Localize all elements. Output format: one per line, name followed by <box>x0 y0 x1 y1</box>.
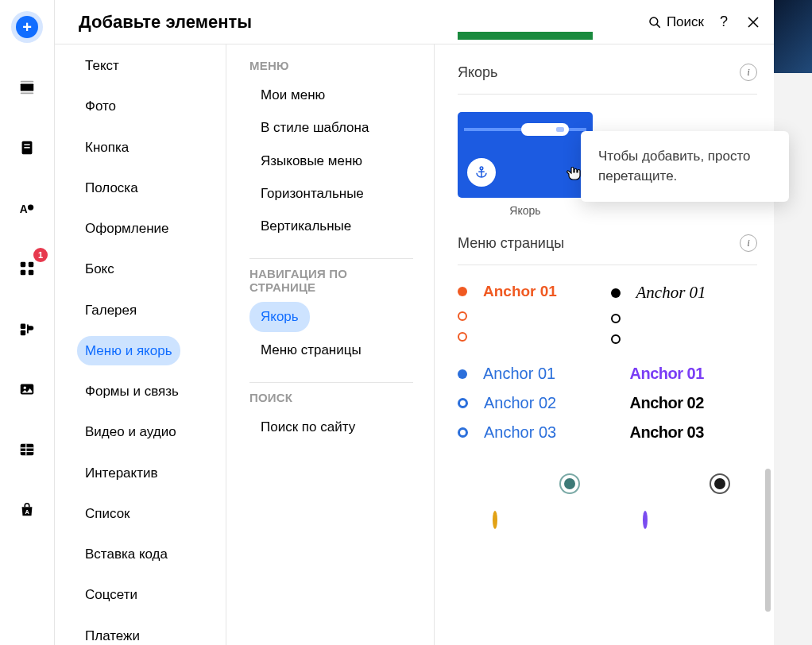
anchor-element-card[interactable] <box>458 112 593 198</box>
svg-rect-1 <box>21 81 34 83</box>
subcategory-column: МЕНЮ Мои меню В стиле шаблона Языковые м… <box>226 51 434 461</box>
anchor-caption: Якорь <box>458 204 593 217</box>
svg-rect-17 <box>21 451 34 452</box>
anchor-section-title: Якорь <box>458 64 497 81</box>
apps-badge: 1 <box>33 248 48 262</box>
pagemenu-style-3[interactable]: Anchor 01 Anchor 02 Anchor 03 <box>458 365 605 442</box>
elements-column[interactable]: Якорь i Якорь Меню страницы i <box>434 0 775 645</box>
cat-photo[interactable]: Фото <box>77 91 124 121</box>
pagemenu-section-title: Меню страницы <box>458 235 564 252</box>
addons-icon[interactable] <box>11 313 43 345</box>
left-rail: + A 1 A <box>0 0 54 645</box>
cat-interactive[interactable]: Интерактив <box>77 458 166 488</box>
pagemenu-info-icon[interactable]: i <box>740 234 757 252</box>
dot-style-black[interactable] <box>710 473 730 494</box>
svg-rect-8 <box>29 262 33 267</box>
svg-rect-16 <box>21 447 34 448</box>
divider <box>458 265 757 265</box>
preview-label: Anchor 03 <box>484 423 556 442</box>
cat-forms[interactable]: Формы и связь <box>77 377 187 406</box>
tooltip-text: Чтобы добавить, просто перетащите. <box>598 149 751 183</box>
data-icon[interactable] <box>11 434 43 465</box>
anchor-icon <box>467 158 496 187</box>
pagemenu-style-2[interactable]: Anchor 01 <box>611 283 758 344</box>
svg-rect-4 <box>24 144 29 145</box>
preview-label: Anchor 01 <box>630 365 704 383</box>
cat-payments[interactable]: Платежи <box>77 621 148 646</box>
cat-list[interactable]: Список <box>77 499 138 528</box>
preview-label: Anchor 03 <box>630 423 704 442</box>
drag-tooltip: Чтобы добавить, просто перетащите. <box>581 131 789 202</box>
sub-language[interactable]: Языковые меню <box>249 146 373 176</box>
preview-label: Anchor 01 <box>483 365 555 383</box>
store-icon[interactable]: A <box>11 494 43 526</box>
preview-label: Anchor 01 <box>483 283 557 300</box>
cat-text[interactable]: Текст <box>77 51 127 80</box>
sub-anchor[interactable]: Якорь <box>249 302 310 331</box>
svg-rect-10 <box>29 270 33 275</box>
cat-video[interactable]: Видео и аудио <box>77 417 184 446</box>
dot-style-yellow-ring[interactable] <box>493 513 497 527</box>
sub-vertical[interactable]: Вертикальные <box>249 211 362 241</box>
svg-rect-15 <box>21 444 34 456</box>
sub-template[interactable]: В стиле шаблона <box>249 113 380 142</box>
cat-social[interactable]: Соцсети <box>77 580 145 609</box>
preview-strip[interactable] <box>458 32 593 40</box>
cat-box[interactable]: Бокс <box>77 254 122 284</box>
svg-rect-11 <box>21 324 25 329</box>
preview-label: Anchor 01 <box>636 283 706 303</box>
svg-rect-9 <box>21 270 25 275</box>
sub-site-search[interactable]: Поиск по сайту <box>249 412 366 442</box>
cat-decor[interactable]: Оформление <box>77 214 177 243</box>
add-elements-panel: Добавьте элементы Поиск ? Текст Фото Кно… <box>54 0 774 645</box>
cat-strip[interactable]: Полоска <box>77 173 146 203</box>
dot-style-purple-ring[interactable] <box>643 513 648 527</box>
dot-style-teal[interactable] <box>559 473 580 494</box>
divider <box>249 258 413 259</box>
cat-code[interactable]: Вставка кода <box>77 539 176 569</box>
scrollbar[interactable] <box>765 469 771 612</box>
pagemenu-style-4[interactable]: Anchor 01 Anchor 02 Anchor 03 <box>611 365 758 442</box>
sub-horizontal[interactable]: Горизонтальные <box>249 179 375 208</box>
apps-icon[interactable]: 1 <box>11 253 43 284</box>
svg-rect-0 <box>21 83 34 91</box>
svg-rect-2 <box>21 92 34 94</box>
sub-page-menu[interactable]: Меню страницы <box>249 335 373 365</box>
category-column: Текст Фото Кнопка Полоска Оформление Бок… <box>55 51 226 645</box>
theme-icon[interactable]: A <box>11 192 43 224</box>
cat-gallery[interactable]: Галерея <box>77 295 145 325</box>
svg-point-14 <box>24 387 26 389</box>
anchor-info-icon[interactable]: i <box>740 64 757 81</box>
svg-rect-7 <box>21 262 25 267</box>
divider <box>249 382 413 383</box>
svg-text:A: A <box>25 508 30 516</box>
cat-button[interactable]: Кнопка <box>77 133 137 162</box>
add-elements-button[interactable]: + <box>11 11 43 43</box>
canvas-background-top <box>774 0 812 73</box>
sections-icon[interactable] <box>11 71 43 103</box>
pages-icon[interactable] <box>11 132 43 164</box>
sub-my-menus[interactable]: Мои меню <box>249 80 336 110</box>
sec-menu-heading: МЕНЮ <box>249 59 413 72</box>
divider <box>458 94 757 95</box>
panel-title: Добавьте элементы <box>79 12 252 33</box>
preview-label: Anchor 02 <box>484 394 556 412</box>
svg-text:A: A <box>20 203 28 215</box>
svg-point-24 <box>480 167 483 170</box>
sec-search-heading: ПОИСК <box>249 391 413 404</box>
preview-label: Anchor 02 <box>630 394 704 412</box>
pagemenu-style-1[interactable]: Anchor 01 <box>458 283 605 344</box>
cat-menu-anchor[interactable]: Меню и якорь <box>77 336 180 365</box>
svg-rect-12 <box>21 330 25 335</box>
svg-rect-5 <box>24 147 29 148</box>
pagemenu-dot-styles <box>458 473 757 527</box>
sec-nav-heading: НАВИГАЦИЯ ПО СТРАНИЦЕ <box>249 267 413 294</box>
media-icon[interactable] <box>11 373 43 405</box>
svg-rect-18 <box>25 444 26 456</box>
